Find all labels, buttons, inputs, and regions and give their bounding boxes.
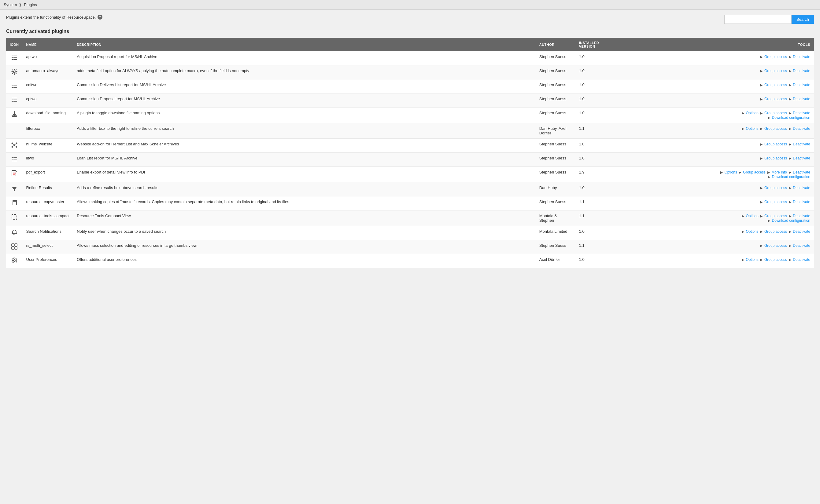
tool-link-deactivate[interactable]: Deactivate xyxy=(793,83,810,87)
tool-link-deactivate[interactable]: Deactivate xyxy=(793,156,810,160)
tool-link-options[interactable]: Options xyxy=(746,214,758,218)
tool-link-group-access[interactable]: Group access xyxy=(764,200,787,204)
tool-link-deactivate[interactable]: Deactivate xyxy=(793,257,810,262)
tool-link-download-configuration[interactable]: Download configuration xyxy=(772,115,810,120)
tool-link-options[interactable]: Options xyxy=(746,229,758,234)
plugin-tools-3: ▶ Group access ▶ Deactivate xyxy=(609,93,814,108)
plugin-tools-2: ▶ Group access ▶ Deactivate xyxy=(609,79,814,93)
tool-link-deactivate[interactable]: Deactivate xyxy=(793,243,810,248)
tool-link-download-configuration[interactable]: Download configuration xyxy=(772,218,810,223)
tool-link-group-access[interactable]: Group access xyxy=(764,243,787,248)
plugin-tools-7: ▶ Group access ▶ Deactivate xyxy=(609,153,814,167)
col-version: INSTALLEDVERSION xyxy=(575,38,609,51)
help-icon[interactable]: ? xyxy=(97,15,102,20)
search-button[interactable]: Search xyxy=(792,15,814,24)
plugin-version-14: 1.0 xyxy=(575,254,609,268)
tool-arrow: ▶ xyxy=(760,214,763,218)
tool-arrow: ▶ xyxy=(789,55,791,59)
tool-link-group-access[interactable]: Group access xyxy=(764,229,787,234)
tool-link-options[interactable]: Options xyxy=(746,126,758,131)
col-name: NAME xyxy=(23,38,73,51)
plugin-tools-0: ▶ Group access ▶ Deactivate xyxy=(609,51,814,65)
tool-link-more-info[interactable]: More Info xyxy=(771,170,787,174)
plugin-author-7: Stephen Suess xyxy=(536,153,575,167)
tool-link-download-configuration[interactable]: Download configuration xyxy=(772,175,810,179)
tool-link-group-access[interactable]: Group access xyxy=(764,156,787,160)
breadcrumb-plugins[interactable]: Plugins xyxy=(24,2,37,7)
plugin-description-10: Allows making copies of "master" records… xyxy=(73,196,536,210)
tool-link-options[interactable]: Options xyxy=(746,257,758,262)
tool-link-group-access[interactable]: Group access xyxy=(764,111,787,115)
table-row: Search NotificationsNotify user when cha… xyxy=(6,226,814,240)
svg-rect-37 xyxy=(12,170,16,176)
plugin-tools-11: ▶ Options ▶ Group access ▶ Deactivate▶ D… xyxy=(609,210,814,226)
plugin-author-5: Dan Huby, Axel Dörfler xyxy=(536,123,575,139)
tool-arrow: ▶ xyxy=(789,111,791,115)
breadcrumb-system[interactable]: System xyxy=(4,2,17,7)
plugin-icon-cptwo xyxy=(6,93,23,108)
plugin-name-2: cdltwo xyxy=(23,79,73,93)
plugin-description-13: Allows mass selection and editing of res… xyxy=(73,240,536,254)
plugin-description-7: Loan List report for MS/HL Archive xyxy=(73,153,536,167)
tool-link-deactivate[interactable]: Deactivate xyxy=(793,186,810,190)
plugin-author-6: Stephen Suess xyxy=(536,139,575,153)
tool-link-deactivate[interactable]: Deactivate xyxy=(793,142,810,146)
plugin-tools-10: ▶ Group access ▶ Deactivate xyxy=(609,196,814,210)
plugin-description-14: Offers additional user preferences xyxy=(73,254,536,268)
tool-link-deactivate[interactable]: Deactivate xyxy=(793,97,810,101)
plugin-tools-4: ▶ Options ▶ Group access ▶ Deactivate▶ D… xyxy=(609,108,814,123)
plugin-version-3: 1.0 xyxy=(575,93,609,108)
tool-link-group-access[interactable]: Group access xyxy=(764,55,787,59)
plugin-icon-aptwo xyxy=(6,51,23,65)
search-input[interactable] xyxy=(724,15,792,24)
tool-link-deactivate[interactable]: Deactivate xyxy=(793,170,810,174)
table-row: rs_multi_selectAllows mass selection and… xyxy=(6,240,814,254)
tool-arrow: ▶ xyxy=(789,244,791,247)
tool-link-deactivate[interactable]: Deactivate xyxy=(793,126,810,131)
tool-link-group-access[interactable]: Group access xyxy=(764,214,787,218)
plugin-name-4: download_file_naming xyxy=(23,108,73,123)
plugin-tools-1: ▶ Group access ▶ Deactivate xyxy=(609,65,814,79)
tool-link-group-access[interactable]: Group access xyxy=(764,142,787,146)
plugin-icon-automacro_always xyxy=(6,65,23,79)
tool-link-group-access[interactable]: Group access xyxy=(764,186,787,190)
tool-link-deactivate[interactable]: Deactivate xyxy=(793,200,810,204)
plugin-version-6: 1.0 xyxy=(575,139,609,153)
tool-link-group-access[interactable]: Group access xyxy=(764,83,787,87)
tool-link-group-access[interactable]: Group access xyxy=(764,257,787,262)
tool-arrow: ▶ xyxy=(789,142,791,146)
plugin-version-8: 1.9 xyxy=(575,167,609,182)
tool-arrow: ▶ xyxy=(768,219,770,222)
plugin-description-1: adds meta field option for ALWAYS applyi… xyxy=(73,65,536,79)
plugin-description-8: Enable export of detail view info to PDF xyxy=(73,167,536,182)
plugin-name-10: resource_copymaster xyxy=(23,196,73,210)
tool-arrow: ▶ xyxy=(760,244,763,247)
tool-link-deactivate[interactable]: Deactivate xyxy=(793,55,810,59)
table-row: hl_ms_websiteWebsite add-on for Herbert … xyxy=(6,139,814,153)
breadcrumb: System ❯ Plugins xyxy=(4,2,37,7)
plugin-author-12: Montala Limited xyxy=(536,226,575,240)
plugin-version-11: 1.1 xyxy=(575,210,609,226)
tool-arrow: ▶ xyxy=(789,97,791,101)
tool-link-group-access[interactable]: Group access xyxy=(764,97,787,101)
tool-link-options[interactable]: Options xyxy=(746,111,758,115)
breadcrumb-separator: ❯ xyxy=(19,2,22,7)
tool-arrow: ▶ xyxy=(789,69,791,73)
tool-link-group-access[interactable]: Group access xyxy=(764,69,787,73)
svg-point-47 xyxy=(13,260,15,261)
tool-link-deactivate[interactable]: Deactivate xyxy=(793,111,810,115)
tool-arrow: ▶ xyxy=(789,156,791,160)
tool-link-deactivate[interactable]: Deactivate xyxy=(793,69,810,73)
plugin-author-3: Stephen Suess xyxy=(536,93,575,108)
tool-arrow: ▶ xyxy=(760,186,763,190)
tool-link-options[interactable]: Options xyxy=(724,170,737,174)
tool-link-group-access[interactable]: Group access xyxy=(764,126,787,131)
plugin-author-14: Axel Dörfler xyxy=(536,254,575,268)
svg-rect-43 xyxy=(12,244,14,246)
tool-link-deactivate[interactable]: Deactivate xyxy=(793,229,810,234)
tool-arrow: ▶ xyxy=(742,127,744,130)
plugin-author-9: Dan Huby xyxy=(536,182,575,196)
tool-link-group-access[interactable]: Group access xyxy=(743,170,766,174)
tool-link-deactivate[interactable]: Deactivate xyxy=(793,214,810,218)
plugin-icon-resource_copymaster xyxy=(6,196,23,210)
